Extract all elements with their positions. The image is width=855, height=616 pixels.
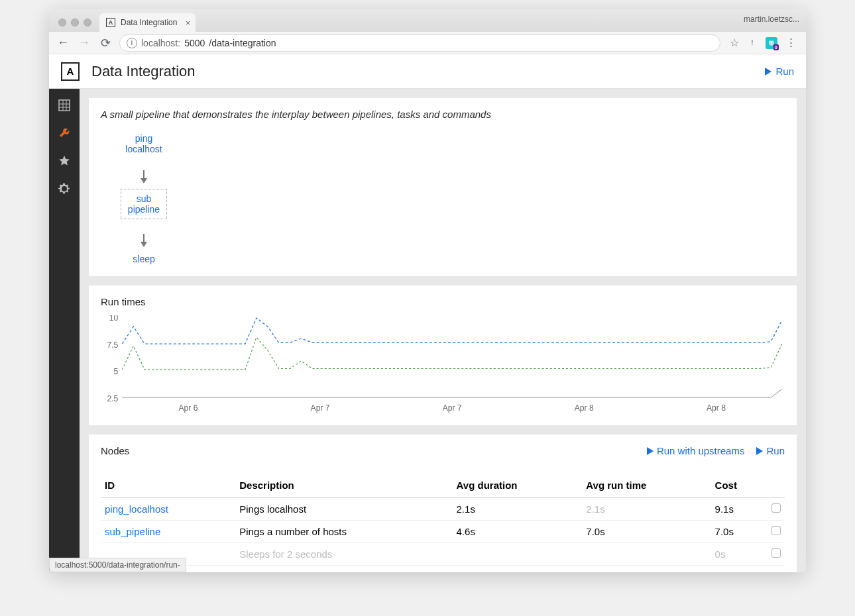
close-tab-icon[interactable]: × — [186, 18, 191, 28]
app-header: A Data Integration Run — [49, 54, 806, 89]
node-link[interactable]: ping_localhost — [105, 503, 168, 515]
run-button[interactable]: Run — [765, 66, 794, 77]
window-controls — [56, 19, 95, 32]
play-icon — [765, 68, 771, 76]
arrow-down-icon — [141, 242, 147, 247]
node-cost: 0s — [711, 543, 768, 566]
col-cost[interactable]: Cost — [711, 473, 768, 498]
node-desc: Pings localhost — [235, 498, 452, 521]
arrow-down-icon — [141, 178, 147, 183]
zoom-dot[interactable] — [84, 19, 91, 26]
browser-window: A Data Integration × martin.loetzsc... ←… — [49, 9, 806, 572]
reload-button[interactable]: ⟳ — [98, 36, 113, 50]
pipeline-description: A small pipeline that demonstrates the i… — [101, 109, 785, 120]
node-duration — [453, 543, 583, 566]
sidebar-wrench-icon[interactable] — [57, 126, 72, 140]
graph-node-subpipeline[interactable]: sub pipeline — [121, 189, 167, 219]
nodes-card: Nodes Run with upstreams Run IDDescripti — [89, 435, 797, 572]
sidebar-gear-icon[interactable] — [57, 181, 72, 196]
col-description[interactable]: Description — [235, 473, 452, 498]
svg-text:Apr 6: Apr 6 — [178, 404, 198, 413]
svg-rect-0 — [59, 100, 70, 111]
table-row: Sleeps for 2 seconds0s — [101, 543, 785, 566]
svg-text:2.5: 2.5 — [107, 395, 118, 404]
nodes-header-row: Nodes Run with upstreams Run — [101, 445, 785, 457]
status-bar: localhost:5000/data-integration/run- — [49, 558, 186, 572]
node-cost: 7.0s — [711, 521, 768, 543]
run-nodes-label: Run — [766, 445, 785, 456]
graph-node-ping[interactable]: ping localhost — [121, 132, 166, 156]
svg-text:7.5: 7.5 — [107, 340, 118, 350]
browser-toolbar: ← → ⟳ i localhost:5000/data-integration … — [49, 32, 806, 54]
runtimes-chart: 2.557.510Apr 6Apr 7Apr 7Apr 8Apr 8 — [101, 315, 785, 415]
node-runtime: 2.1s — [582, 498, 711, 521]
node-cost: 9.1s — [711, 498, 768, 521]
extension-badge-icon[interactable]: ⛨0 — [766, 37, 777, 49]
run-nodes-button[interactable]: Run — [756, 445, 785, 456]
extension-info-icon[interactable]: ! — [747, 38, 758, 48]
sidebar-star-icon[interactable] — [57, 154, 72, 168]
close-dot[interactable] — [58, 19, 66, 26]
svg-text:Apr 7: Apr 7 — [311, 404, 330, 413]
pipeline-graph: ping localhost sub pipeline sleep — [101, 132, 187, 266]
svg-text:5: 5 — [114, 368, 119, 377]
row-checkbox[interactable] — [771, 548, 781, 558]
run-upstreams-label: Run with upstreams — [657, 445, 745, 456]
minimize-dot[interactable] — [71, 19, 79, 26]
table-row: sub_pipelinePings a number of hosts4.6s7… — [101, 521, 785, 543]
node-runtime — [582, 543, 711, 566]
url-port: 5000 — [184, 38, 205, 48]
app-logo-icon[interactable]: A — [61, 62, 80, 81]
play-icon — [756, 447, 763, 455]
svg-text:10: 10 — [109, 315, 119, 323]
browser-menu-icon[interactable]: ⋮ — [785, 36, 797, 50]
row-checkbox[interactable] — [771, 503, 781, 513]
node-desc: Pings a number of hosts — [235, 521, 452, 543]
node-duration: 2.1s — [453, 498, 583, 521]
svg-text:Apr 8: Apr 8 — [707, 404, 726, 413]
content-area[interactable]: A small pipeline that demonstrates the i… — [80, 89, 806, 572]
run-upstreams-button[interactable]: Run with upstreams — [647, 445, 745, 456]
url-host: localhost: — [141, 38, 180, 48]
nodes-table: IDDescriptionAvg durationAvg run timeCos… — [101, 473, 785, 566]
bookmark-icon[interactable]: ☆ — [730, 36, 739, 49]
favicon-icon: A — [106, 18, 115, 27]
row-checkbox[interactable] — [771, 526, 781, 535]
tab-title: Data Integration — [121, 18, 177, 27]
svg-text:Apr 7: Apr 7 — [443, 404, 462, 413]
forward-button: → — [77, 36, 91, 50]
node-link[interactable]: sub_pipeline — [105, 526, 160, 537]
pipeline-card: A small pipeline that demonstrates the i… — [89, 98, 797, 276]
node-desc: Sleeps for 2 seconds — [235, 543, 452, 566]
browser-tabstrip: A Data Integration × martin.loetzsc... — [49, 9, 806, 32]
graph-node-sleep[interactable]: sleep — [129, 252, 158, 266]
runtimes-card: Run times 2.557.510Apr 6Apr 7Apr 7Apr 8A… — [89, 285, 797, 425]
address-bar[interactable]: i localhost:5000/data-integration — [119, 34, 720, 52]
col-avg-duration[interactable]: Avg duration — [453, 473, 583, 498]
sidebar — [49, 89, 80, 572]
url-path: /data-integration — [209, 38, 276, 48]
col-checkbox — [768, 473, 785, 498]
nodes-heading: Nodes — [101, 445, 129, 456]
svg-text:Apr 8: Apr 8 — [575, 404, 594, 413]
runtimes-heading: Run times — [101, 296, 785, 307]
app-body: A small pipeline that demonstrates the i… — [49, 89, 806, 572]
profile-label[interactable]: martin.loetzsc... — [744, 15, 799, 24]
back-button[interactable]: ← — [56, 36, 70, 50]
play-icon — [647, 447, 654, 455]
sidebar-grid-icon[interactable] — [57, 98, 72, 113]
col-avg-run-time[interactable]: Avg run time — [582, 473, 711, 498]
browser-tab[interactable]: A Data Integration × — [99, 13, 196, 32]
site-info-icon[interactable]: i — [127, 38, 137, 48]
run-label: Run — [775, 66, 794, 77]
node-duration: 4.6s — [453, 521, 583, 543]
page-title: Data Integration — [91, 63, 196, 80]
table-row: ping_localhostPings localhost2.1s2.1s9.1… — [101, 498, 785, 521]
node-runtime: 7.0s — [582, 521, 711, 543]
col-id[interactable]: ID — [101, 473, 235, 498]
